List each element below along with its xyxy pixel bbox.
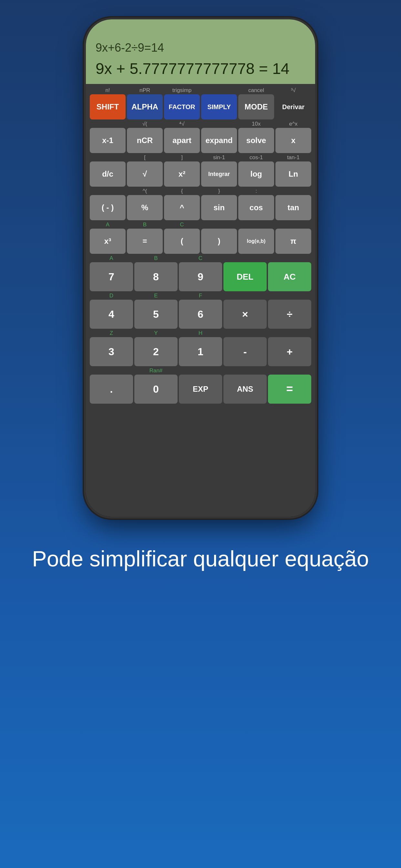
btn-wrapper-5: E 5: [134, 292, 178, 329]
x2-button[interactable]: x²: [164, 161, 200, 187]
display-area: 9x+6-2÷9=14 9x + 5.7777777777778 = 14: [86, 20, 315, 84]
sub-alpha: nPR: [140, 87, 150, 94]
sub-8: B: [154, 255, 158, 261]
x-button[interactable]: x: [275, 128, 311, 153]
row-1: n! SHIFT nPR ALPHA trigsimp FACTOR SIMPL…: [90, 87, 311, 120]
sub-x3: A: [106, 221, 110, 228]
btn-wrapper-pct: ^( %: [127, 188, 163, 220]
cos-button[interactable]: cos: [238, 195, 274, 220]
btn-wrapper-mul: ×: [223, 292, 267, 329]
btn-wrapper-dot: .: [90, 368, 133, 404]
x3-button[interactable]: x³: [90, 228, 126, 254]
btn-wrapper-factor: trigsimp FACTOR: [164, 87, 200, 120]
sub-cos: :: [255, 188, 257, 194]
dc-button[interactable]: d/c: [90, 161, 126, 187]
expand-button[interactable]: expand: [201, 128, 237, 153]
sub-log: cos-1: [250, 154, 263, 161]
shift-button[interactable]: SHIFT: [90, 94, 126, 120]
btn-wrapper-dc: d/c: [90, 154, 126, 187]
row-6: A 7 B 8 C 9 DEL AC: [90, 255, 311, 291]
btn-5[interactable]: 5: [134, 300, 178, 329]
btn-wrapper-x2: ] x²: [164, 154, 200, 187]
minus-button[interactable]: -: [223, 337, 267, 366]
sub-integrar: sin-1: [213, 154, 225, 161]
pi-button[interactable]: π: [275, 228, 311, 254]
sub-sqrt: [: [144, 154, 146, 161]
sub-lparen: C: [180, 221, 184, 228]
sub-mode: cancel: [248, 87, 264, 94]
btn-0[interactable]: 0: [134, 375, 178, 404]
btn-6[interactable]: 6: [179, 300, 222, 329]
sub-sin: }: [218, 188, 220, 194]
simply-button[interactable]: SIMPLY: [201, 94, 237, 120]
ac-button[interactable]: AC: [268, 262, 311, 291]
exp-button[interactable]: EXP: [179, 375, 222, 404]
btn-9[interactable]: 9: [179, 262, 222, 291]
btn-wrapper-shift: n! SHIFT: [90, 87, 126, 120]
btn-3[interactable]: 3: [90, 337, 133, 366]
row-8: Z 3 Y 2 H 1 - +: [90, 330, 311, 366]
btn-7[interactable]: 7: [90, 262, 133, 291]
div-button[interactable]: ÷: [268, 300, 311, 329]
btn-1[interactable]: 1: [179, 337, 222, 366]
logeb-button[interactable]: log(e,b): [238, 228, 274, 254]
btn-wrapper-tan: tan: [275, 188, 311, 220]
plus-button[interactable]: +: [268, 337, 311, 366]
sub-2: Y: [154, 330, 158, 337]
ans-button[interactable]: ANS: [223, 375, 267, 404]
lparen-button[interactable]: (: [164, 228, 200, 254]
btn-wrapper-sqrt: [ √: [127, 154, 163, 187]
btn-wrapper-pow: { ^: [164, 188, 200, 220]
btn-wrapper-derivar: ³√ Derivar: [275, 87, 311, 120]
log-button[interactable]: log: [238, 161, 274, 187]
alpha-button[interactable]: ALPHA: [127, 94, 163, 120]
sub-x: e^x: [289, 121, 298, 127]
btn-2[interactable]: 2: [134, 337, 178, 366]
solve-button[interactable]: solve: [238, 128, 274, 153]
eq-button[interactable]: =: [127, 228, 163, 254]
mul-button[interactable]: ×: [223, 300, 267, 329]
x1-button[interactable]: x-1: [90, 128, 126, 153]
sub-factor: trigsimp: [173, 87, 192, 94]
btn-8[interactable]: 8: [134, 262, 178, 291]
pow-button[interactable]: ^: [164, 195, 200, 220]
btn-wrapper-rparen: ): [201, 221, 237, 254]
btn-wrapper-eq: B =: [127, 221, 163, 254]
row-2: x-1 √( nCR ⁴√ apart expand 10x solve: [90, 121, 311, 153]
ncr-button[interactable]: nCR: [127, 128, 163, 153]
pct-button[interactable]: %: [127, 195, 163, 220]
btn-wrapper-8: B 8: [134, 255, 178, 291]
factor-button[interactable]: FACTOR: [164, 94, 200, 120]
sin-button[interactable]: sin: [201, 195, 237, 220]
btn-wrapper-simply: SIMPLY: [201, 87, 237, 120]
btn-4[interactable]: 4: [90, 300, 133, 329]
bottom-text: Pode simplificar qualquer equação: [12, 526, 388, 585]
rparen-button[interactable]: ): [201, 228, 237, 254]
ln-button[interactable]: Ln: [275, 161, 311, 187]
sqrt-button[interactable]: √: [127, 161, 163, 187]
btn-wrapper-7: A 7: [90, 255, 133, 291]
neg-button[interactable]: ( - ): [90, 195, 126, 220]
row-3: d/c [ √ ] x² sin-1 Integrar cos-1 log: [90, 154, 311, 187]
tan-button[interactable]: tan: [275, 195, 311, 220]
dot-button[interactable]: .: [90, 375, 133, 404]
equals-button[interactable]: =: [268, 375, 311, 404]
sub-pow: {: [181, 188, 183, 194]
row-4: ( - ) ^( % { ^ } sin : cos: [90, 188, 311, 220]
btn-wrapper-minus: -: [223, 330, 267, 366]
btn-wrapper-expand: expand: [201, 121, 237, 153]
btn-wrapper-log: cos-1 log: [238, 154, 274, 187]
btn-wrapper-div: ÷: [268, 292, 311, 329]
display-input: 9x+6-2÷9=14: [96, 41, 305, 55]
btn-wrapper-alpha: nPR ALPHA: [127, 87, 163, 120]
apart-button[interactable]: apart: [164, 128, 200, 153]
sub-5: E: [154, 292, 158, 299]
btn-wrapper-ncr: √( nCR: [127, 121, 163, 153]
integrar-button[interactable]: Integrar: [201, 161, 237, 187]
btn-wrapper-ans: ANS: [223, 368, 267, 404]
derivar-button[interactable]: Derivar: [275, 94, 311, 120]
sub-7: A: [110, 255, 113, 261]
btn-wrapper-del: DEL: [223, 255, 267, 291]
mode-button[interactable]: MODE: [238, 94, 274, 120]
del-button[interactable]: DEL: [223, 262, 267, 291]
